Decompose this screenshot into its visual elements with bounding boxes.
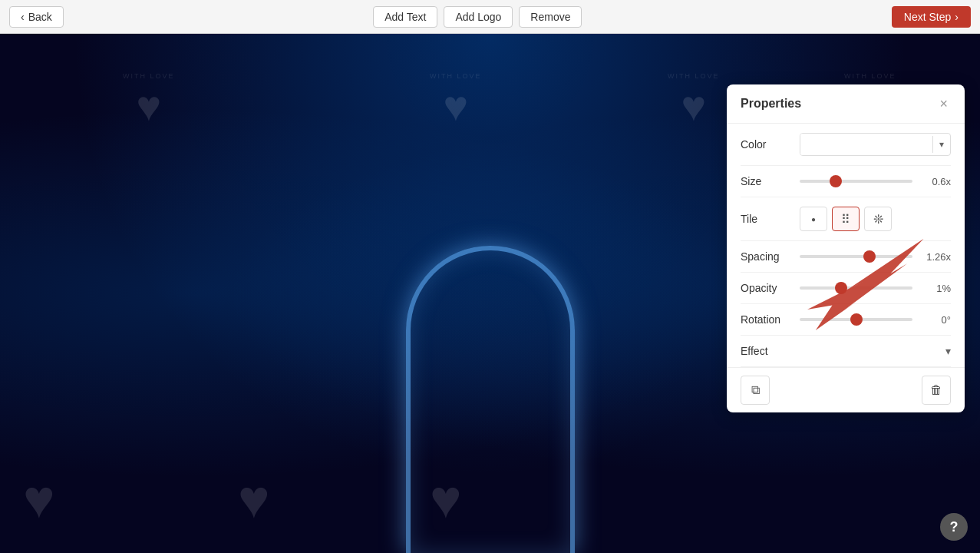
next-step-button[interactable]: Next Step ›	[892, 6, 971, 28]
size-slider-wrap	[800, 180, 912, 183]
spacing-value: 1.26x	[922, 251, 951, 263]
panel-close-button[interactable]: ×	[936, 95, 951, 112]
size-label: Size	[741, 175, 790, 187]
add-text-button[interactable]: Add Text	[373, 6, 437, 28]
panel-footer: ⧉ 🗑	[727, 367, 965, 412]
rotation-row: Rotation 0°	[741, 304, 951, 336]
color-box[interactable]	[800, 134, 932, 155]
copy-button[interactable]: ⧉	[741, 376, 770, 405]
topbar: ‹ Back Add Text Add Logo Remove Next Ste…	[0, 0, 980, 34]
topbar-left: ‹ Back	[9, 6, 64, 28]
watermark-5: ♥	[23, 469, 55, 530]
panel-body: Color ▾ Size 0.6x Tile ● ⠿ ❊ Spacing	[727, 124, 965, 367]
watermark-6: ♥	[238, 469, 270, 530]
delete-icon: 🗑	[930, 383, 942, 397]
watermark-3: WITH LOVE ♥	[668, 72, 720, 131]
rotation-slider[interactable]	[800, 318, 912, 321]
opacity-slider[interactable]	[800, 286, 912, 290]
color-input-wrap: ▾	[800, 133, 951, 156]
color-dropdown-button[interactable]: ▾	[932, 136, 950, 153]
effect-expand-button[interactable]: ▾	[945, 345, 951, 357]
tile-buttons: ● ⠿ ❊	[800, 207, 951, 231]
opacity-slider-wrap	[800, 286, 912, 290]
effect-row: Effect ▾	[741, 336, 951, 367]
spacing-slider-wrap	[800, 255, 912, 258]
size-value: 0.6x	[922, 176, 951, 187]
tile-button-scattered[interactable]: ❊	[864, 207, 892, 231]
properties-panel: Properties × Color ▾ Size 0.6x Tile ● ⠿	[727, 84, 965, 412]
size-row: Size 0.6x	[741, 166, 951, 197]
help-button[interactable]: ?	[940, 513, 968, 541]
watermark-1: WITH LOVE ♥	[123, 72, 175, 131]
watermark-2: WITH LOVE ♥	[430, 72, 482, 131]
add-logo-button[interactable]: Add Logo	[444, 6, 513, 28]
tile-row: Tile ● ⠿ ❊	[741, 197, 951, 241]
tile-button-single[interactable]: ●	[800, 207, 827, 231]
spacing-row: Spacing 1.26x	[741, 241, 951, 273]
delete-button[interactable]: 🗑	[922, 376, 951, 405]
next-chevron-icon: ›	[955, 11, 959, 23]
effect-label: Effect	[741, 345, 768, 357]
color-row: Color ▾	[741, 124, 951, 166]
watermark-7: ♥	[430, 469, 462, 530]
back-chevron-icon: ‹	[21, 11, 25, 23]
next-step-label: Next Step	[904, 11, 951, 23]
copy-icon: ⧉	[751, 383, 760, 397]
remove-button[interactable]: Remove	[519, 6, 582, 28]
color-label: Color	[741, 138, 790, 151]
topbar-center: Add Text Add Logo Remove	[373, 6, 582, 28]
rotation-value: 0°	[922, 314, 951, 326]
topbar-right: Next Step ›	[892, 6, 971, 28]
rotation-label: Rotation	[741, 313, 790, 326]
panel-header: Properties ×	[727, 84, 965, 124]
back-label: Back	[28, 11, 52, 23]
opacity-value: 1%	[922, 283, 951, 294]
back-button[interactable]: ‹ Back	[9, 6, 64, 28]
panel-title: Properties	[741, 97, 801, 111]
spacing-label: Spacing	[741, 250, 790, 263]
rotation-slider-wrap	[800, 318, 912, 321]
spacing-slider[interactable]	[800, 255, 912, 258]
opacity-label: Opacity	[741, 282, 790, 294]
opacity-row: Opacity 1%	[741, 273, 951, 304]
tile-label: Tile	[741, 213, 790, 225]
tile-button-grid[interactable]: ⠿	[832, 207, 860, 231]
size-slider[interactable]	[800, 180, 912, 183]
